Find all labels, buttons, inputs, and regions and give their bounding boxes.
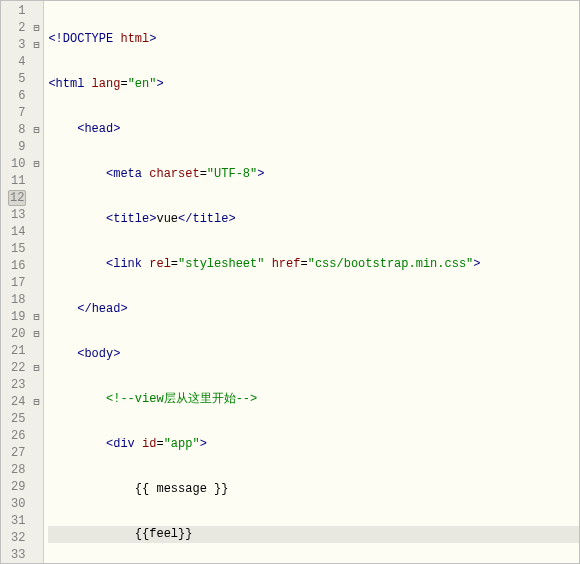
- fold-marker: [29, 275, 43, 292]
- fold-marker: [29, 207, 43, 224]
- code-line: </head>: [48, 301, 579, 318]
- line-number: 32: [9, 530, 25, 547]
- line-number: 12: [9, 190, 25, 207]
- fold-marker: [29, 71, 43, 88]
- line-number: 15: [9, 241, 25, 258]
- line-number: 23: [9, 377, 25, 394]
- fold-marker: [29, 462, 43, 479]
- line-number: 8: [9, 122, 25, 139]
- line-number: 20: [9, 326, 25, 343]
- line-number: 9: [9, 139, 25, 156]
- gutter: 1 2 3 4 5 6 7 8 9 10 11 12 13 14 15 16 1…: [1, 1, 44, 563]
- line-number: 26: [9, 428, 25, 445]
- fold-toggle-icon[interactable]: ⊟: [29, 156, 43, 173]
- code-content[interactable]: <!DOCTYPE html> <html lang="en"> <head> …: [44, 1, 579, 563]
- fold-marker: [29, 139, 43, 156]
- code-line: <html lang="en">: [48, 76, 579, 93]
- code-line-active: {{feel}}: [48, 526, 579, 543]
- line-number: 24: [9, 394, 25, 411]
- fold-marker: [29, 445, 43, 462]
- line-number: 5: [9, 71, 25, 88]
- line-number: 19: [9, 309, 25, 326]
- line-number: 17: [9, 275, 25, 292]
- fold-marker: [29, 173, 43, 190]
- fold-toggle-icon[interactable]: ⊟: [29, 326, 43, 343]
- code-line: <head>: [48, 121, 579, 138]
- fold-toggle-icon[interactable]: ⊟: [29, 122, 43, 139]
- fold-marker: [29, 54, 43, 71]
- fold-marker: [29, 428, 43, 445]
- line-number: 33: [9, 547, 25, 564]
- fold-marker: [29, 258, 43, 275]
- line-number: 11: [9, 173, 25, 190]
- line-number-column: 1 2 3 4 5 6 7 8 9 10 11 12 13 14 15 16 1…: [1, 3, 29, 561]
- code-line: {{ message }}: [48, 481, 579, 498]
- code-editor: 1 2 3 4 5 6 7 8 9 10 11 12 13 14 15 16 1…: [0, 0, 580, 564]
- code-line: <!--view层从这里开始-->: [48, 391, 579, 408]
- line-number: 3: [9, 37, 25, 54]
- line-number: 10: [9, 156, 25, 173]
- fold-marker: [29, 224, 43, 241]
- fold-marker: [29, 88, 43, 105]
- code-line: <!DOCTYPE html>: [48, 31, 579, 48]
- line-number: 25: [9, 411, 25, 428]
- line-number: 29: [9, 479, 25, 496]
- line-number: 21: [9, 343, 25, 360]
- line-number: 16: [9, 258, 25, 275]
- code-line: <link rel="stylesheet" href="css/bootstr…: [48, 256, 579, 273]
- fold-marker: [29, 241, 43, 258]
- fold-toggle-icon[interactable]: ⊟: [29, 360, 43, 377]
- fold-toggle-icon[interactable]: ⊟: [29, 309, 43, 326]
- fold-marker: [29, 496, 43, 513]
- fold-toggle-icon[interactable]: ⊟: [29, 20, 43, 37]
- line-number: 14: [9, 224, 25, 241]
- line-number: 30: [9, 496, 25, 513]
- fold-marker: [29, 547, 43, 564]
- line-number: 6: [9, 88, 25, 105]
- fold-marker: [29, 3, 43, 20]
- fold-marker: [29, 479, 43, 496]
- line-number: 18: [9, 292, 25, 309]
- fold-marker: [29, 292, 43, 309]
- code-line: <div id="app">: [48, 436, 579, 453]
- line-number: 1: [9, 3, 25, 20]
- fold-column: ⊟ ⊟ ⊟ ⊟ ⊟ ⊟ ⊟ ⊟: [29, 3, 43, 561]
- line-number: 4: [9, 54, 25, 71]
- code-line: <body>: [48, 346, 579, 363]
- fold-marker: [29, 530, 43, 547]
- line-number: 22: [9, 360, 25, 377]
- code-line: <meta charset="UTF-8">: [48, 166, 579, 183]
- code-line: <title>vue</title>: [48, 211, 579, 228]
- fold-marker: [29, 343, 43, 360]
- line-number: 7: [9, 105, 25, 122]
- fold-marker: [29, 190, 43, 207]
- fold-toggle-icon[interactable]: ⊟: [29, 394, 43, 411]
- fold-toggle-icon[interactable]: ⊟: [29, 37, 43, 54]
- fold-marker: [29, 513, 43, 530]
- fold-marker: [29, 105, 43, 122]
- line-number: 2: [9, 20, 25, 37]
- fold-marker: [29, 377, 43, 394]
- line-number: 31: [9, 513, 25, 530]
- line-number: 13: [9, 207, 25, 224]
- line-number: 27: [9, 445, 25, 462]
- line-number: 28: [9, 462, 25, 479]
- fold-marker: [29, 411, 43, 428]
